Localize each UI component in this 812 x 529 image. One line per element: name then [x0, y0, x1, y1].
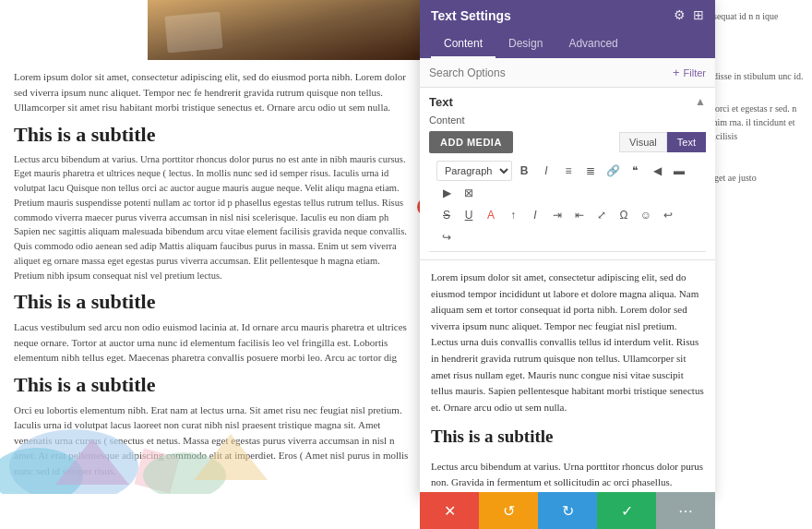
tab-advanced[interactable]: Advanced	[555, 30, 630, 58]
expand-icon[interactable]: ⊞	[693, 7, 704, 23]
italic-button[interactable]: I	[536, 161, 556, 181]
ol-button[interactable]: ≣	[580, 161, 601, 181]
page-paragraph-2: Lectus arcu bibendum at varius. Urna por…	[14, 152, 411, 283]
blockquote-button[interactable]: ❝	[625, 161, 645, 181]
view-toggle: Visual Text	[619, 132, 706, 152]
add-media-button[interactable]: ADD MEDIA	[429, 131, 513, 153]
chevron-up-icon[interactable]: ▲	[695, 95, 706, 109]
align-left-button[interactable]: ◀	[647, 161, 667, 181]
page-subtitle-2: This is a subtitle	[14, 290, 411, 314]
undo-icon: ↺	[503, 502, 515, 520]
panel-header-icons: ⚙ ⊞	[674, 7, 704, 23]
undo-toolbar-button[interactable]: ↩	[658, 205, 678, 225]
link-button[interactable]: 🔗	[603, 161, 623, 181]
emoji-button[interactable]: ☺	[636, 205, 656, 225]
text-section: Text ▲ Content ADD MEDIA Visual Text Par…	[420, 88, 715, 260]
paragraph-select[interactable]: Paragraph	[436, 161, 512, 181]
cancel-button[interactable]: ✕	[420, 492, 479, 529]
redo-button[interactable]: ↻	[538, 492, 597, 529]
strikethrough-button[interactable]: S	[436, 205, 457, 225]
panel-tabs: Content Design Advanced	[420, 30, 715, 58]
tab-content[interactable]: Content	[431, 30, 496, 58]
settings-icon[interactable]: ⚙	[674, 7, 686, 23]
panel-action-bar: ✕ ↺ ↻ ✓ ⋯	[420, 492, 715, 529]
page-subtitle-1: This is a subtitle	[14, 123, 411, 147]
media-toolbar-row: ADD MEDIA Visual Text	[429, 131, 706, 153]
more-icon: ⋯	[678, 502, 693, 520]
save-icon: ✓	[621, 502, 633, 520]
indent-button[interactable]: ⇥	[547, 205, 567, 225]
page-paragraph-1: Lorem ipsum dolor sit amet, consectetur …	[14, 69, 411, 115]
ul-button[interactable]: ≡	[558, 161, 579, 181]
text-settings-panel: Text Settings ⚙ ⊞ Content Design Advance…	[420, 0, 715, 499]
panel-title: Text Settings	[431, 8, 511, 23]
visual-view-button[interactable]: Visual	[619, 132, 667, 152]
align-center-button[interactable]: ▬	[669, 161, 689, 181]
text-section-header: Text ▲	[429, 95, 706, 109]
filter-plus-icon: +	[673, 66, 680, 79]
editor-paragraph-1: Lorem ipsum dolor sit amet, consectetur …	[431, 270, 704, 415]
omega-button[interactable]: Ω	[614, 205, 634, 225]
bold-button[interactable]: B	[514, 161, 534, 181]
search-input[interactable]	[429, 66, 673, 79]
redo-toolbar-button[interactable]: ↪	[436, 227, 457, 247]
more-button[interactable]: ⋯	[656, 492, 715, 529]
editor-subtitle-1: This is a subtitle	[431, 423, 704, 451]
editor-content-area[interactable]: Lorem ipsum dolor sit amet, consectetur …	[420, 260, 715, 499]
tab-design[interactable]: Design	[496, 30, 555, 58]
text-section-title: Text	[429, 95, 453, 109]
italic2-button[interactable]: I	[525, 205, 545, 225]
page-paragraph-3: Lacus vestibulum sed arcu non odio euism…	[14, 319, 411, 366]
special-button[interactable]: ⊠	[459, 183, 479, 203]
color-button[interactable]: A	[481, 205, 501, 225]
panel-header: Text Settings ⚙ ⊞	[420, 0, 715, 30]
content-label: Content	[429, 114, 706, 126]
save-button[interactable]: ✓	[597, 492, 656, 529]
toolbar-row2: S U A ↑ I ⇥ ⇤ ⤢ Ω ☺ ↩ ↪	[436, 205, 699, 247]
outdent-button[interactable]: ⇤	[569, 205, 590, 225]
search-bar: + Filter	[420, 58, 715, 88]
underline-button[interactable]: U	[459, 205, 479, 225]
redo-icon: ↻	[562, 502, 574, 520]
editor-toolbar: Paragraph B I ≡ ≣ 🔗 ❝ ◀ ▬ ▶ ⊠ S U A ↑ I …	[429, 157, 706, 252]
fullscreen-button[interactable]: ⤢	[591, 205, 612, 225]
superscript-button[interactable]: ↑	[503, 205, 523, 225]
page-right-content: nsequat id n n ique ndisse in stibulum u…	[701, 0, 812, 529]
text-view-button[interactable]: Text	[667, 132, 706, 152]
cancel-icon: ✕	[444, 502, 456, 520]
align-right-button[interactable]: ▶	[436, 183, 457, 203]
filter-label: Filter	[684, 67, 706, 78]
undo-button[interactable]: ↺	[479, 492, 538, 529]
page-right-text: nsequat id n n ique	[709, 9, 805, 23]
decorative-shapes	[0, 383, 424, 494]
filter-button[interactable]: + Filter	[673, 66, 706, 79]
